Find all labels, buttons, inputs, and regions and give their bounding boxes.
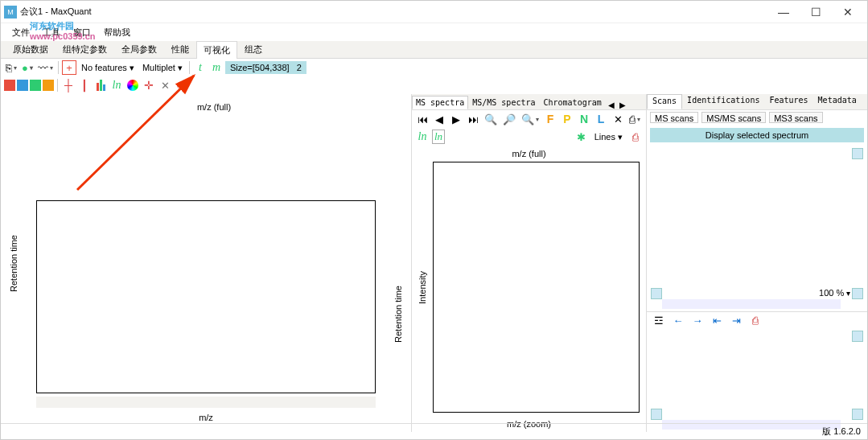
tab-ms-spectra[interactable]: MS spectra (412, 96, 468, 109)
person-icon[interactable]: ⚇ (174, 78, 188, 93)
collapse-icon[interactable]: ⇤ (710, 313, 724, 327)
no-features-dropdown[interactable]: No features ▾ (78, 63, 138, 73)
main-chart[interactable] (36, 200, 375, 393)
menu-tools[interactable]: 工具 (36, 27, 67, 39)
prev-icon[interactable]: ◀ (432, 112, 446, 126)
menu-help[interactable]: 帮助我 (97, 27, 137, 39)
right-pane: Scans Identifications Features Metadata … (646, 94, 867, 432)
mid-ylabel: Intensity (418, 271, 427, 304)
n-icon[interactable]: N (577, 112, 591, 126)
blue-square-icon[interactable] (17, 80, 28, 91)
toolbar-row-2: ┼ ┃ ln ✛ ✕ ⚇ (1, 76, 867, 94)
scan-list[interactable]: 100 % ▾ (650, 147, 864, 310)
zoom-fit-icon[interactable]: 🔍 (520, 112, 541, 126)
tab-msms-spectra[interactable]: MS/MS spectra (468, 96, 539, 109)
tab-rawdata[interactable]: 原始数据 (6, 40, 56, 58)
menu-file[interactable]: 文件 (6, 27, 36, 39)
first-icon[interactable]: ⏮ (415, 112, 430, 126)
mode-dropdown[interactable]: ⎙ (627, 112, 642, 126)
tab-chromatogram[interactable]: Chromatogram (540, 96, 606, 109)
menu-bar: 文件 工具 窗口 帮助我 (1, 23, 867, 41)
legend-bars-icon[interactable] (93, 78, 108, 93)
scroll-up2-button[interactable] (852, 331, 863, 342)
detail-list[interactable] (650, 330, 864, 430)
ln-boxed-icon[interactable]: ln (432, 130, 445, 144)
tab-nav-right[interactable]: ▶ (617, 101, 628, 109)
tab-global-params[interactable]: 全局参数 (114, 40, 164, 58)
subtab-ms3-scans[interactable]: MS3 scans (769, 112, 822, 123)
subtab-msms-scans[interactable]: MS/MS scans (701, 112, 766, 123)
l-icon[interactable]: L (594, 112, 608, 126)
zoom-level[interactable]: 100 % ▾ (819, 288, 850, 298)
zoom-out-icon[interactable]: 🔎 (501, 112, 517, 126)
bottom-chart-xlabel: m/z (199, 413, 213, 422)
toolbar-row-1: ⎘ ● 〰 + No features ▾ Multiplet ▾ t m Si… (1, 59, 867, 76)
left-chart-pane: Retention time m/z (full) m/z Retention … (1, 94, 411, 432)
multiplet-dropdown[interactable]: Multiplet ▾ (139, 63, 186, 73)
m-icon[interactable]: m (209, 60, 224, 75)
expand-icon[interactable]: ⇥ (729, 313, 743, 327)
red-square-icon[interactable] (4, 80, 15, 91)
tools-icon[interactable]: ✕ (158, 78, 172, 93)
run-icon[interactable]: ✱ (574, 130, 589, 144)
version-label: 版 1.6.2.0 (822, 426, 861, 438)
plus-red-icon[interactable]: + (62, 60, 76, 75)
settings-icon[interactable]: ✕ (611, 112, 625, 126)
menu-window[interactable]: 窗口 (67, 27, 97, 39)
next-icon[interactable]: ▶ (449, 112, 463, 126)
tab-features[interactable]: Features (764, 94, 812, 109)
ln-plain-icon[interactable]: ln (415, 130, 430, 144)
tab-identifications[interactable]: Identifications (682, 94, 764, 109)
left-ylabel: Retention time (9, 235, 19, 292)
status-bar: 版 1.6.2.0 (1, 423, 867, 439)
tab-config[interactable]: 组态 (237, 40, 269, 58)
wave-icon[interactable]: 〰 (36, 60, 55, 75)
pdf-icon[interactable]: ⎙ (628, 130, 643, 144)
hscrollbar[interactable] (662, 299, 841, 309)
mid-top-xlabel: m/z (full) (415, 149, 643, 158)
tab-nav-left[interactable]: ◀ (606, 101, 617, 109)
scroll-up-button[interactable] (852, 148, 863, 159)
main-tabs: 原始数据 组特定参数 全局参数 性能 可视化 组态 (1, 41, 867, 59)
right-ylabel: Retention time (393, 286, 403, 343)
add-circle-icon[interactable]: ● (20, 60, 35, 75)
window-title: 会议1 - MaxQuant (20, 6, 767, 18)
t-icon[interactable]: t (193, 60, 208, 75)
lines-dropdown[interactable]: Lines ▾ (591, 132, 626, 142)
color-wheel-icon[interactable] (125, 78, 140, 93)
scroll-down2-button[interactable] (852, 409, 863, 420)
crosshair-icon[interactable]: ┼ (61, 78, 76, 93)
tab-scans[interactable]: Scans (647, 94, 682, 109)
display-spectrum-button[interactable]: Display selected spectrum (650, 128, 864, 142)
copy-icon[interactable]: ⎘ (4, 60, 19, 75)
tab-performance[interactable]: 性能 (164, 40, 196, 58)
maximize-button[interactable]: ☐ (800, 1, 832, 23)
subtab-ms-scans[interactable]: MS scans (650, 112, 698, 123)
scroll-left2-button[interactable] (651, 409, 662, 420)
top-chart-xlabel: m/z (full) (197, 102, 231, 112)
tab-metadata[interactable]: Metadata (813, 94, 862, 109)
tab-group-params[interactable]: 组特定参数 (56, 40, 114, 58)
pdf2-icon[interactable]: ⎙ (748, 313, 763, 327)
scroll-down-button[interactable] (852, 288, 863, 299)
last-icon[interactable]: ⏭ (466, 112, 480, 126)
crosshair2-icon[interactable]: ✛ (142, 78, 156, 93)
f-icon[interactable]: F (543, 112, 557, 126)
arrow-right-icon[interactable]: → (690, 313, 705, 327)
size-display: Size=[504,338] 2 (225, 61, 306, 74)
app-icon: M (4, 6, 17, 19)
scroll-left-button[interactable] (651, 288, 662, 299)
list-icon[interactable]: ☲ (652, 313, 666, 327)
minimize-button[interactable]: — (767, 1, 800, 23)
arrow-left-icon[interactable]: ← (671, 313, 685, 327)
single-bar-icon[interactable]: ┃ (77, 78, 92, 93)
green-square-icon[interactable] (30, 80, 41, 91)
chart-hscroll[interactable] (36, 397, 375, 408)
close-button[interactable]: ✕ (832, 1, 864, 23)
tab-visualization[interactable]: 可视化 (196, 41, 237, 59)
orange-square-icon[interactable] (43, 80, 54, 91)
spectrum-chart[interactable] (433, 162, 640, 413)
zoom-in-icon[interactable]: 🔍 (483, 112, 499, 126)
ln-icon[interactable]: ln (109, 78, 124, 93)
p-icon[interactable]: P (560, 112, 574, 126)
